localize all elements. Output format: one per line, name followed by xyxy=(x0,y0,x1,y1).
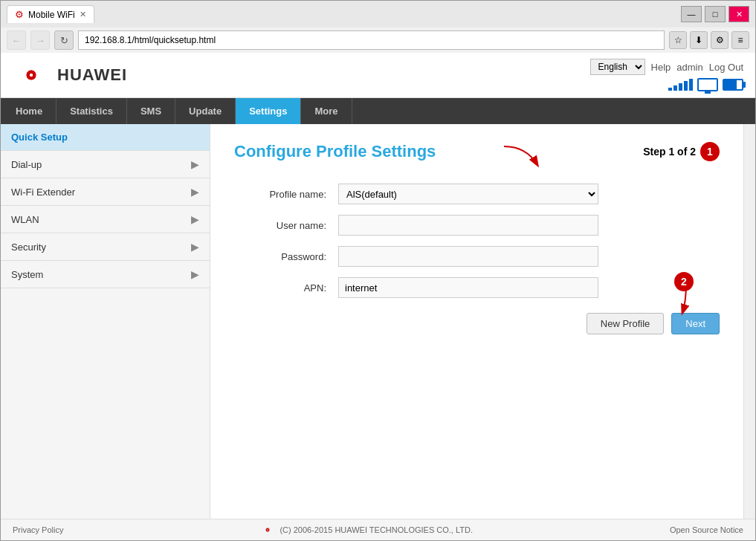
apn-input[interactable] xyxy=(338,277,598,298)
huawei-logo-icon xyxy=(13,60,50,90)
quick-setup-label: Quick Setup xyxy=(11,132,68,143)
tab-title: Mobile WiFi xyxy=(28,10,75,20)
battery-icon xyxy=(723,79,743,91)
footer-huawei-icon xyxy=(260,524,275,536)
minimize-button[interactable]: — xyxy=(681,6,702,22)
step-text: Step 1 of 2 xyxy=(643,146,696,158)
page-title: Configure Profile Settings xyxy=(234,142,436,161)
tab-close-button[interactable]: ✕ xyxy=(80,10,86,19)
app-header: HUAWEI English Help admin Log Out xyxy=(1,53,755,98)
wifi-extender-arrow-icon: ▶ xyxy=(191,186,199,198)
arrow-annotation-1 xyxy=(497,143,541,172)
forward-button[interactable]: → xyxy=(30,30,50,50)
signal-icons xyxy=(668,78,743,91)
logo-area: HUAWEI xyxy=(13,60,127,90)
dial-up-arrow-icon: ▶ xyxy=(191,158,199,170)
profile-name-select[interactable]: AlS(default) xyxy=(338,184,598,204)
step-badge-1: 1 xyxy=(700,142,720,161)
address-input[interactable] xyxy=(78,30,665,50)
main-nav: Home Statistics SMS Update Settings More xyxy=(1,98,755,124)
sidebar-item-quick-setup[interactable]: Quick Setup xyxy=(1,124,210,151)
username-row: User name: xyxy=(234,215,720,236)
security-arrow-icon: ▶ xyxy=(191,241,199,253)
apn-row: APN: xyxy=(234,277,720,298)
privacy-policy-link[interactable]: Privacy Policy xyxy=(13,525,63,534)
reload-button[interactable]: ↻ xyxy=(54,30,74,50)
step-badge-2: 2 xyxy=(674,272,694,291)
dial-up-label: Dial-up xyxy=(11,159,42,170)
help-link[interactable]: Help xyxy=(651,62,671,73)
arrow1-icon xyxy=(497,143,541,172)
wlan-label: WLAN xyxy=(11,214,39,225)
footer-logo: (C) 2006-2015 HUAWEI TECHNOLOGIES CO., L… xyxy=(260,524,473,536)
password-input[interactable] xyxy=(338,246,598,267)
app-logo-text: HUAWEI xyxy=(57,65,127,85)
sidebar-item-wlan[interactable]: WLAN ▶ xyxy=(1,206,210,233)
nav-item-statistics[interactable]: Statistics xyxy=(56,98,127,124)
system-arrow-icon: ▶ xyxy=(191,268,199,280)
nav-item-sms[interactable]: SMS xyxy=(127,98,175,124)
tab-favicon: ⚙ xyxy=(15,9,24,20)
system-label: System xyxy=(11,269,43,280)
header-right: English Help admin Log Out xyxy=(590,59,743,91)
language-select[interactable]: English xyxy=(590,59,645,75)
sidebar-item-security[interactable]: Security ▶ xyxy=(1,233,210,261)
scrollbar-track[interactable] xyxy=(743,124,755,519)
profile-name-row: Profile name: AlS(default) xyxy=(234,184,720,204)
wlan-arrow-icon: ▶ xyxy=(191,213,199,225)
menu-icon[interactable]: ≡ xyxy=(731,31,749,49)
wifi-extender-label: Wi-Fi Extender xyxy=(11,187,75,198)
nav-item-settings[interactable]: Settings xyxy=(236,98,301,124)
bookmark-icon[interactable]: ☆ xyxy=(669,31,687,49)
admin-label: admin xyxy=(676,62,702,73)
sidebar-item-system[interactable]: System ▶ xyxy=(1,261,210,288)
buttons-container: 2 New Profile Next xyxy=(234,313,720,334)
lang-row: English Help admin Log Out xyxy=(590,59,743,75)
download-icon[interactable]: ⬇ xyxy=(690,31,708,49)
close-button[interactable]: ✕ xyxy=(728,6,749,22)
security-label: Security xyxy=(11,242,46,253)
main-content: Configure Profile Settings Step 1 of 2 1 xyxy=(210,124,743,519)
browser-tab[interactable]: ⚙ Mobile WiFi ✕ xyxy=(7,5,94,23)
new-profile-button[interactable]: New Profile xyxy=(587,313,664,334)
settings-icon[interactable]: ⚙ xyxy=(711,31,728,49)
password-label: Password: xyxy=(234,251,338,262)
step-indicator: Step 1 of 2 1 xyxy=(643,142,720,161)
password-row: Password: xyxy=(234,246,720,267)
signal-strength-icon xyxy=(668,79,693,91)
logout-link[interactable]: Log Out xyxy=(709,62,743,73)
footer: Privacy Policy (C) 2006-2015 HUAWEI TECH… xyxy=(1,519,755,540)
nav-item-update[interactable]: Update xyxy=(175,98,236,124)
open-source-link[interactable]: Open Source Notice xyxy=(670,525,743,534)
window-controls: — □ ✕ xyxy=(681,6,749,22)
username-label: User name: xyxy=(234,220,338,231)
form-section: Profile name: AlS(default) User name: Pa… xyxy=(234,184,720,298)
title-bar: ⚙ Mobile WiFi ✕ — □ ✕ xyxy=(1,1,755,27)
nav-item-more[interactable]: More xyxy=(301,98,352,124)
title-row: Configure Profile Settings Step 1 of 2 1 xyxy=(234,142,720,166)
maximize-button[interactable]: □ xyxy=(705,6,726,22)
username-input[interactable] xyxy=(338,215,598,236)
arrow-annotation-2: 2 xyxy=(656,279,694,319)
sidebar-item-dial-up[interactable]: Dial-up ▶ xyxy=(1,151,210,178)
sidebar: Quick Setup Dial-up ▶ Wi-Fi Extender ▶ W… xyxy=(1,124,210,519)
copyright-text: (C) 2006-2015 HUAWEI TECHNOLOGIES CO., L… xyxy=(280,525,473,534)
profile-name-label: Profile name: xyxy=(234,189,338,200)
form-container: Profile name: AlS(default) User name: Pa… xyxy=(234,184,720,334)
apn-label: APN: xyxy=(234,282,338,294)
sidebar-item-wifi-extender[interactable]: Wi-Fi Extender ▶ xyxy=(1,178,210,206)
address-bar-row: ← → ↻ ☆ ⬇ ⚙ ≡ xyxy=(1,27,755,53)
wifi-extender-icon xyxy=(697,78,718,91)
back-button[interactable]: ← xyxy=(7,30,26,50)
nav-item-home[interactable]: Home xyxy=(1,98,56,124)
